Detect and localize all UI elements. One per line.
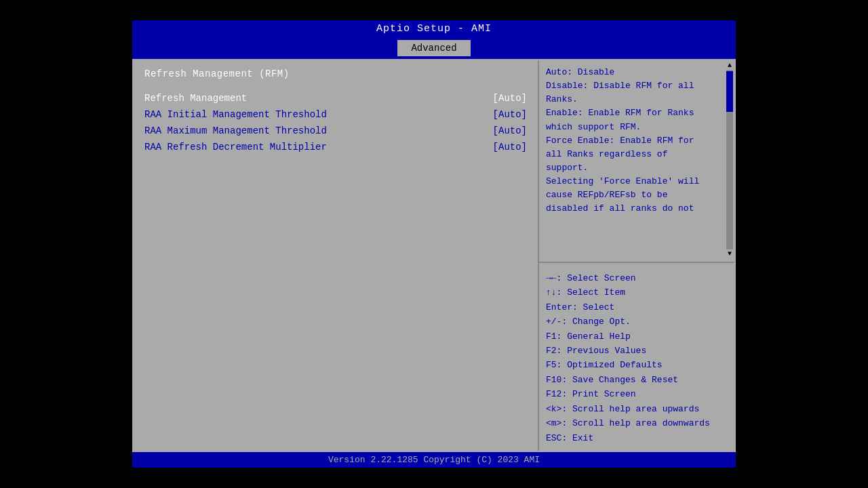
scrollbar: ▲ ▼ [726,60,733,259]
menu-item-label-refresh: Refresh Management [144,93,247,104]
section-title: Refresh Management (RFM) [144,68,527,79]
menu-item-label-raa-initial: RAA Initial Management Threshold [144,109,327,120]
left-panel: Refresh Management (RFM) Refresh Managem… [134,60,538,451]
menu-item-value-raa-initial: [Auto] [493,109,527,120]
title-bar: Aptio Setup - AMI [132,20,736,37]
key-help-enter: Enter: Select [546,300,728,314]
divider [539,262,734,263]
menu-item-label-raa-refresh: RAA Refresh Decrement Multiplier [144,142,327,152]
key-help-select-item: ↑↓: Select Item [546,285,728,300]
menu-bar: Advanced [132,37,736,59]
footer-text: Version 2.22.1285 Copyright (C) 2023 AMI [328,455,540,465]
footer-bar: Version 2.22.1285 Copyright (C) 2023 AMI [132,452,736,468]
advanced-tab[interactable]: Advanced [397,40,470,56]
menu-item-label-raa-max: RAA Maximum Management Threshold [144,125,327,136]
scrollbar-thumb [726,71,733,112]
key-help-select-screen: →←: Select Screen [546,271,728,285]
key-help-f10: F10: Save Changes & Reset [546,373,728,387]
help-line-1: Auto: Disable Disable: Disable RFM for a… [546,66,728,216]
menu-item-value-raa-refresh: [Auto] [493,142,527,152]
right-panel: Auto: Disable Disable: Disable RFM for a… [538,60,734,451]
key-help-k: <k>: Scroll help area upwards [546,402,728,416]
key-help-f5: F5: Optimized Defaults [546,358,728,372]
title-text: Aptio Setup - AMI [376,23,492,35]
key-help-f1: F1: General Help [546,329,728,344]
menu-item-raa-maximum[interactable]: RAA Maximum Management Threshold [Auto] [144,125,527,136]
bios-container: Aptio Setup - AMI Advanced Refresh Manag… [132,20,736,468]
key-help-f2: F2: Previous Values [546,344,728,358]
menu-item-raa-initial[interactable]: RAA Initial Management Threshold [Auto] [144,109,527,120]
help-text-area: Auto: Disable Disable: Disable RFM for a… [539,60,734,259]
key-help-area: →←: Select Screen ↑↓: Select Item Enter:… [539,266,734,451]
key-help-m: <m>: Scroll help area downwards [546,416,728,430]
menu-item-refresh-management[interactable]: Refresh Management [Auto] [144,93,527,104]
menu-item-value-raa-max: [Auto] [493,125,527,136]
menu-item-value-refresh: [Auto] [493,93,527,104]
scrollbar-down-button[interactable]: ▼ [726,249,733,259]
key-help-change-opt: +/-: Change Opt. [546,314,728,329]
key-help-esc: ESC: Exit [546,431,728,445]
key-help-f12: F12: Print Screen [546,387,728,401]
scrollbar-up-button[interactable]: ▲ [726,60,733,70]
content-area: Refresh Management (RFM) Refresh Managem… [132,59,736,452]
menu-item-raa-refresh[interactable]: RAA Refresh Decrement Multiplier [Auto] [144,142,527,152]
